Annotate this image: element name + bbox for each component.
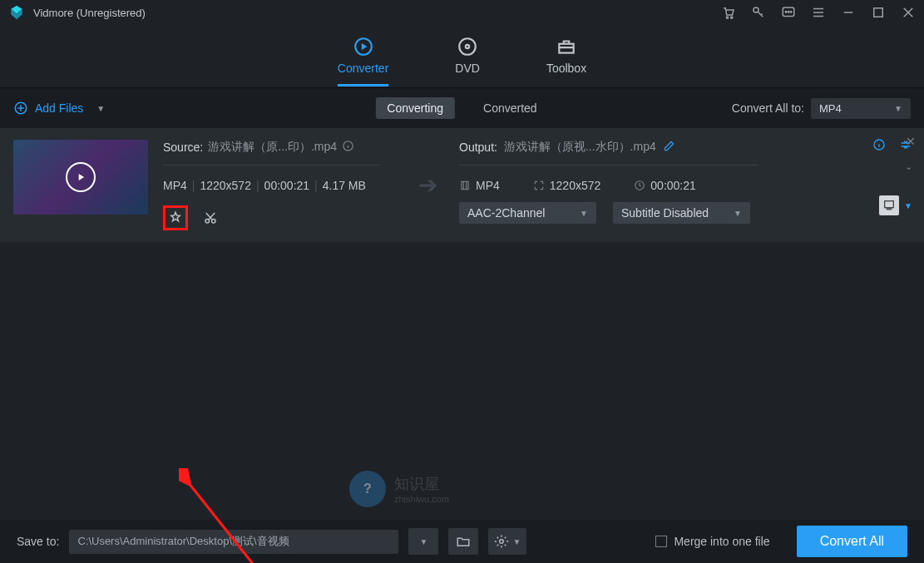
key-icon[interactable] xyxy=(751,5,766,20)
file-row: Source: 游戏讲解（原...印）.mp4 MP4| 1220x572| 0… xyxy=(0,128,924,242)
convert-all-to-label: Convert All to: xyxy=(732,101,804,115)
source-label: Source: xyxy=(163,141,203,154)
watermark-icon: ? xyxy=(349,471,386,507)
svg-point-11 xyxy=(466,44,469,47)
titlebar: Vidmore (Unregistered) xyxy=(0,0,924,25)
cart-icon[interactable] xyxy=(721,5,736,20)
svg-rect-12 xyxy=(559,43,573,52)
dvd-icon xyxy=(456,35,479,58)
tab-dvd-label: DVD xyxy=(455,62,480,75)
tab-converted[interactable]: Converted xyxy=(472,97,549,119)
toolbox-icon xyxy=(555,35,578,58)
tab-converter-label: Converter xyxy=(338,62,388,75)
chevron-down-icon: ▼ xyxy=(904,201,912,210)
convert-all-to-value: MP4 xyxy=(819,102,842,115)
empty-area: ? 知识屋 zhishiwu.com xyxy=(0,242,924,508)
output-format-button[interactable]: ▼ xyxy=(879,195,912,215)
svg-rect-18 xyxy=(462,181,468,189)
maximize-icon[interactable] xyxy=(871,5,886,20)
subbar: Add Files ▼ Converting Converted Convert… xyxy=(0,88,924,128)
info-icon[interactable] xyxy=(342,140,354,155)
arrow-right-icon: ➔ xyxy=(411,171,444,199)
play-icon xyxy=(66,162,96,192)
svg-rect-21 xyxy=(885,201,894,208)
close-icon[interactable] xyxy=(901,5,916,20)
watermark-title: 知识屋 xyxy=(394,474,449,494)
svg-rect-22 xyxy=(887,208,892,210)
watermark: ? 知识屋 zhishiwu.com xyxy=(349,471,449,507)
svg-point-24 xyxy=(500,540,504,544)
svg-rect-7 xyxy=(874,8,883,17)
chevron-down-icon: ▼ xyxy=(894,104,902,113)
path-dropdown-button[interactable]: ▼ xyxy=(408,528,438,555)
subtitle-select[interactable]: Subtitle Disabled ▼ xyxy=(613,202,750,224)
media-info-icon[interactable] xyxy=(872,138,886,155)
output-label: Output: xyxy=(459,141,497,154)
app-logo-icon xyxy=(8,4,25,21)
svg-point-1 xyxy=(731,17,733,18)
feedback-icon[interactable] xyxy=(781,5,796,20)
svg-point-4 xyxy=(785,12,787,13)
remove-file-icon[interactable]: ✕ xyxy=(906,135,916,148)
audio-select[interactable]: AAC-2Channel ▼ xyxy=(459,202,596,224)
svg-point-10 xyxy=(459,38,476,55)
save-to-label: Save to: xyxy=(17,535,59,548)
tab-toolbox[interactable]: Toolbox xyxy=(546,32,586,81)
converter-icon xyxy=(352,35,375,58)
video-thumbnail[interactable] xyxy=(13,140,148,215)
window-title: Vidmore (Unregistered) xyxy=(33,7,721,19)
tab-dvd[interactable]: DVD xyxy=(455,32,480,81)
output-duration: 00:00:21 xyxy=(650,179,696,192)
edit-name-icon[interactable] xyxy=(663,140,675,155)
svg-point-2 xyxy=(754,7,758,12)
svg-point-0 xyxy=(726,17,728,18)
source-resolution: 1220x572 xyxy=(200,179,251,192)
merge-checkbox[interactable]: Merge into one file xyxy=(655,535,769,548)
settings-button[interactable]: ▼ xyxy=(488,528,526,555)
main-nav: Converter DVD Toolbox xyxy=(0,25,924,88)
source-format: MP4 xyxy=(163,179,187,192)
source-size: 4.17 MB xyxy=(323,179,366,192)
svg-point-5 xyxy=(788,12,789,13)
add-files-label: Add Files xyxy=(35,101,83,115)
format-badge-icon xyxy=(879,195,899,215)
output-format: MP4 xyxy=(476,179,500,192)
add-files-button[interactable]: Add Files ▼ xyxy=(13,101,105,116)
save-path-input[interactable] xyxy=(69,530,398,554)
chevron-down-icon: ▼ xyxy=(580,209,588,218)
svg-marker-14 xyxy=(79,174,84,180)
output-filename: 游戏讲解（原视...水印）.mp4 xyxy=(504,140,656,155)
output-resolution: 1220x572 xyxy=(550,179,601,192)
tab-converter[interactable]: Converter xyxy=(338,32,388,81)
minimize-icon[interactable] xyxy=(841,5,856,20)
open-folder-button[interactable] xyxy=(448,528,478,555)
source-filename: 游戏讲解（原...印）.mp4 xyxy=(208,140,337,155)
chevron-down-icon[interactable]: ▼ xyxy=(96,104,105,113)
convert-all-to-select[interactable]: MP4 ▼ xyxy=(811,98,911,119)
source-duration: 00:00:21 xyxy=(264,179,310,192)
audio-select-value: AAC-2Channel xyxy=(467,206,545,220)
watermark-url: zhishiwu.com xyxy=(394,494,449,504)
svg-marker-9 xyxy=(361,42,367,50)
tab-toolbox-label: Toolbox xyxy=(546,62,586,75)
subtitle-select-value: Subtitle Disabled xyxy=(621,206,709,220)
svg-point-6 xyxy=(790,12,792,13)
expand-icon[interactable]: ⌄ xyxy=(905,161,912,172)
menu-icon[interactable] xyxy=(811,5,826,20)
chevron-down-icon: ▼ xyxy=(734,209,742,218)
tab-converting[interactable]: Converting xyxy=(375,97,455,119)
checkbox-icon xyxy=(655,536,667,547)
edit-effects-button[interactable] xyxy=(163,205,188,230)
merge-label: Merge into one file xyxy=(674,535,769,548)
cut-button[interactable] xyxy=(198,205,223,230)
bottom-bar: Save to: ▼ ▼ Merge into one file Convert… xyxy=(0,520,924,563)
convert-all-button[interactable]: Convert All xyxy=(797,526,907,557)
